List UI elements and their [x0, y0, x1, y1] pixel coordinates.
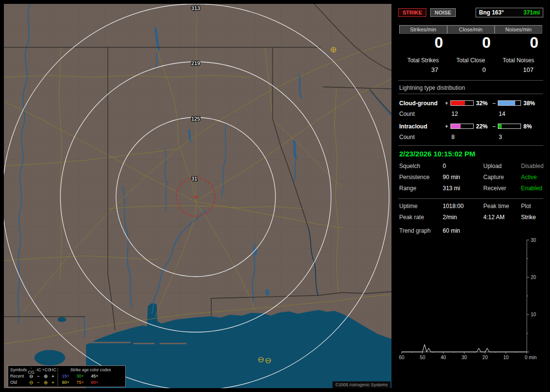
- noises-counter: Noises/min 0 Total Noises 107: [494, 25, 542, 73]
- x-tick-label: 60: [399, 355, 405, 360]
- trend-chart-svg: 1020306050403020100 min: [398, 236, 543, 363]
- squelch-label: Squelch: [399, 163, 443, 169]
- cloud-ground-label: Cloud-ground: [399, 100, 444, 107]
- display-mode-row: STRIKE NOISE Bng 163° 371mi: [398, 8, 543, 17]
- ring-label-219: 219: [191, 60, 200, 66]
- ring-label-125: 125: [191, 116, 200, 122]
- ic-plus-bar: [450, 124, 474, 129]
- pos-cg-recent-icon: ⊕: [42, 374, 49, 379]
- legend-recent-label: Recent: [10, 374, 28, 378]
- bearing-label: Bng 163°: [479, 9, 504, 16]
- total-close-label: Total Close: [447, 57, 495, 64]
- close-per-min-value: 0: [447, 35, 495, 51]
- legend-age-header: Strike age color codes: [58, 368, 123, 372]
- capture-status: Active: [521, 174, 544, 181]
- squelch-value: 0: [443, 163, 483, 169]
- uptime-value: 1018:00: [443, 203, 483, 210]
- plot-label: Plot: [521, 203, 542, 210]
- ic-plus-bar-fill: [451, 124, 461, 128]
- strikes-counter: Strikes/min 0 Total Strikes 37: [399, 25, 447, 73]
- status-grid: Squelch 0 Upload Disabled Persistence 90…: [398, 163, 543, 192]
- neg-cg-old-icon: ⊖: [28, 380, 35, 385]
- persistence-label: Persistence: [399, 174, 443, 181]
- age-75: 75+: [73, 380, 87, 385]
- legend-col-neg-ic: -IC: [35, 368, 42, 372]
- age-45: 45+: [87, 374, 102, 378]
- cg-minus-count: 14: [492, 111, 505, 117]
- strikes-per-min-value: 0: [399, 35, 447, 51]
- pos-ic-recent-icon: +: [49, 374, 57, 379]
- x-tick-label: 50: [420, 355, 426, 360]
- peak-time-value: 4:12 AM: [483, 214, 521, 221]
- ic-minus-bar-fill: [498, 124, 502, 128]
- neg-cg-recent-icon: ⊖: [28, 374, 35, 379]
- trend-graph-span: 60 min: [443, 227, 460, 234]
- cg-plus-count: 12: [444, 111, 492, 117]
- close-per-min-button[interactable]: Close/min: [447, 25, 495, 34]
- x-tick-label: 40: [441, 355, 447, 360]
- peak-rate-label: Peak rate: [399, 214, 443, 221]
- close-counter: Close/min 0 Total Close 0: [447, 25, 495, 73]
- minus-sign: −: [491, 100, 497, 107]
- y-tick-label: 20: [531, 274, 536, 280]
- peak-time-label: Peak time: [483, 203, 521, 210]
- age-90: 90+: [87, 380, 102, 385]
- count-label: Count: [399, 134, 444, 140]
- age-15: 15+: [58, 374, 73, 378]
- trend-graph-row: Trend graph 60 min: [398, 227, 543, 234]
- pos-ic-old-icon: +: [49, 380, 57, 385]
- ic-minus-pct: 8%: [522, 123, 538, 130]
- intracloud-row: Intracloud + 22% − 8%: [398, 122, 543, 131]
- legend-col-neg-cg: -CG: [28, 366, 35, 375]
- neg-ic-old-icon: −: [35, 380, 42, 385]
- trend-chart: 1020306050403020100 min: [398, 236, 543, 364]
- noise-toggle-button[interactable]: NOISE: [430, 8, 455, 17]
- legend-symbols-header: Symbols: [10, 368, 28, 372]
- capture-label: Capture: [483, 174, 521, 181]
- peak-rate-value: 2/min: [443, 214, 483, 221]
- cloud-ground-row: Cloud-ground + 32% − 38%: [398, 99, 543, 108]
- map-legend: Symbols -CG -IC +CG +IC Strike age color…: [8, 365, 126, 387]
- ic-minus-bar: [498, 124, 521, 129]
- x-tick-label: 10: [503, 355, 509, 360]
- ic-plus-pct: 22%: [475, 123, 491, 130]
- ic-minus-count: 3: [492, 134, 502, 140]
- legend-col-pos-ic: +IC: [49, 368, 57, 372]
- trend-graph-label: Trend graph: [399, 227, 443, 234]
- plus-sign: +: [444, 100, 449, 107]
- neg-ic-recent-icon: −: [35, 374, 42, 379]
- lightning-map[interactable]: 313 219 125 31 Symbols -CG -IC +CG +IC S…: [4, 4, 391, 388]
- cg-plus-bar: [450, 100, 474, 106]
- intracloud-count-row: Count 8 3: [398, 134, 543, 140]
- y-tick-label: 30: [531, 237, 536, 242]
- ring-label-31: 31: [191, 176, 197, 182]
- cg-plus-pct: 32%: [475, 100, 491, 107]
- control-panel: STRIKE NOISE Bng 163° 371mi Strikes/min …: [395, 4, 546, 388]
- noises-per-min-value: 0: [494, 35, 542, 51]
- bearing-display: Bng 163° 371mi: [476, 8, 543, 17]
- divider: [398, 80, 543, 81]
- uptime-label: Uptime: [399, 203, 443, 210]
- date-time-display: 2/23/2026 10:15:02 PM: [399, 150, 476, 158]
- strike-toggle-button[interactable]: STRIKE: [398, 8, 426, 17]
- noise-symbol: [331, 47, 336, 52]
- total-close-value: 0: [447, 66, 495, 73]
- cg-minus-bar: [498, 100, 521, 106]
- minus-sign: −: [491, 123, 497, 130]
- trend-line: [402, 344, 527, 352]
- x-tick-label: 20: [482, 355, 488, 360]
- clock-box: 2/23/2026 10:15:02 PM: [398, 145, 543, 163]
- strikes-per-min-button[interactable]: Strikes/min: [399, 25, 447, 34]
- age-30: 30+: [73, 374, 87, 378]
- x-tick-label: 30: [462, 355, 467, 360]
- age-60: 60+: [58, 380, 73, 385]
- divider: [398, 198, 543, 199]
- map-svg[interactable]: 313 219 125 31: [4, 4, 391, 388]
- receiver-status: Enabled: [521, 185, 544, 192]
- total-noises-value: 107: [494, 66, 542, 73]
- total-noises-label: Total Noises: [494, 57, 542, 64]
- pos-cg-old-icon: ⊕: [42, 380, 49, 385]
- distribution-title: Lightning type distribution: [398, 84, 543, 94]
- cg-plus-bar-fill: [451, 101, 465, 105]
- noises-per-min-button[interactable]: Noises/min: [494, 25, 542, 34]
